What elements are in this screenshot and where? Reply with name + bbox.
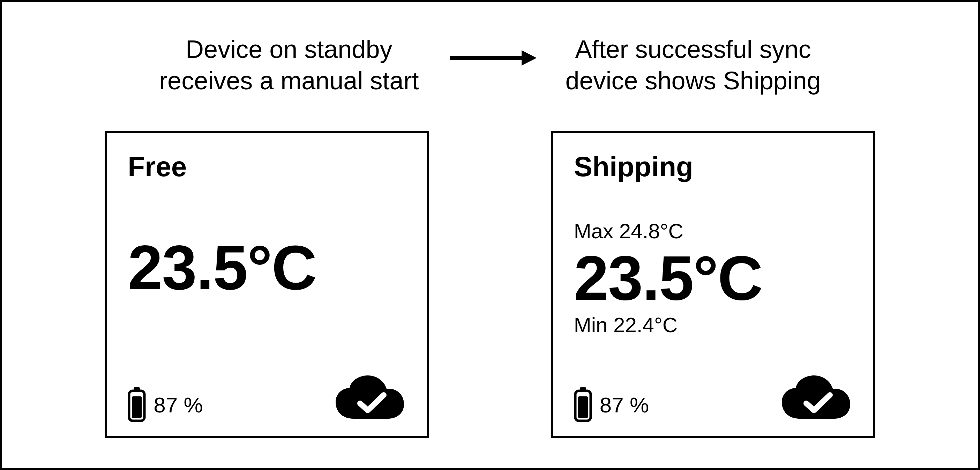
- caption-right: After successful sync device shows Shipp…: [565, 33, 821, 96]
- readings-block: 23.5°C: [128, 236, 406, 299]
- status-label: Shipping: [574, 151, 852, 183]
- device-footer: 87 %: [128, 373, 406, 422]
- device-screen-standby: Free 23.5°C 87 %: [105, 131, 429, 438]
- device-screen-shipping: Shipping Max 24.8°C 23.5°C Min 22.4°C 87…: [551, 131, 875, 438]
- battery-icon: [128, 387, 146, 422]
- cloud-sync-ok-icon: [333, 373, 406, 422]
- current-temperature: 23.5°C: [574, 247, 852, 309]
- min-temperature: Min 22.4°C: [574, 313, 852, 337]
- battery-percent: 87 %: [600, 392, 649, 417]
- caption-left: Device on standby receives a manual star…: [159, 33, 418, 96]
- battery-indicator: 87 %: [128, 387, 203, 422]
- diagram-frame: Device on standby receives a manual star…: [0, 0, 980, 470]
- battery-icon: [574, 387, 592, 422]
- max-temperature: Max 24.8°C: [574, 219, 852, 243]
- current-temperature: 23.5°C: [128, 236, 406, 299]
- screens-row: Free 23.5°C 87 %: [2, 131, 978, 438]
- readings-block: Max 24.8°C 23.5°C Min 22.4°C: [574, 219, 852, 337]
- battery-percent: 87 %: [154, 392, 203, 417]
- battery-indicator: 87 %: [574, 387, 649, 422]
- status-label: Free: [128, 151, 406, 183]
- captions-row: Device on standby receives a manual star…: [2, 33, 978, 96]
- svg-marker-1: [522, 50, 536, 65]
- svg-rect-7: [578, 397, 588, 418]
- device-footer: 87 %: [574, 373, 852, 422]
- svg-rect-4: [132, 397, 142, 418]
- arrow-right-icon: [447, 48, 537, 69]
- cloud-sync-ok-icon: [779, 373, 852, 422]
